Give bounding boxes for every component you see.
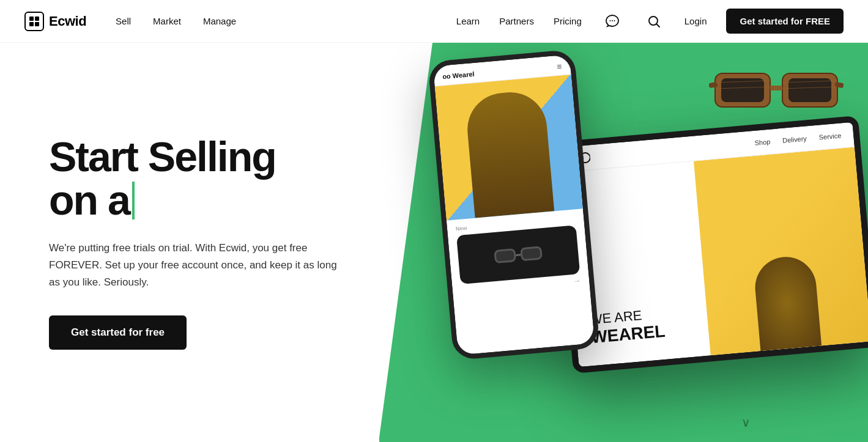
nav-links-left: Sell Market Manage	[116, 16, 236, 26]
nav-market[interactable]: Market	[153, 16, 181, 26]
phone-person	[464, 89, 554, 218]
logo-link[interactable]: Ecwid	[24, 12, 86, 31]
hero-right: oo Wearel ≡ New →	[379, 43, 868, 442]
tablet-content: WE ARE WEAREL	[562, 147, 868, 367]
sunglass-right-lens	[520, 246, 543, 261]
search-button[interactable]	[643, 10, 665, 32]
hero-section: Start Selling on a We're putting free tr…	[0, 43, 868, 442]
tablet-image-right	[694, 147, 868, 356]
cursor-blink	[132, 182, 135, 219]
svg-rect-13	[770, 86, 782, 90]
scroll-indicator[interactable]: ∨	[741, 415, 751, 430]
sunglasses-image	[709, 55, 844, 128]
chat-icon[interactable]	[601, 10, 623, 32]
hero-heading-line1: Start Selling	[49, 135, 343, 179]
phone-store-logo: oo Wearel	[442, 70, 475, 81]
nav-partners[interactable]: Partners	[499, 16, 534, 26]
login-link[interactable]: Login	[684, 16, 707, 26]
tablet-nav-links: Shop Delivery Service	[754, 131, 842, 146]
nav-links-right: Learn Partners Pricing Login Get started…	[456, 9, 844, 34]
phone-hero-image	[435, 75, 583, 221]
navbar: Ecwid Sell Market Manage Learn Partners …	[0, 0, 868, 43]
svg-point-4	[609, 20, 610, 21]
logo-icon	[24, 12, 44, 31]
nav-cta-button[interactable]: Get started for FREE	[726, 9, 844, 34]
nav-learn[interactable]: Learn	[456, 16, 480, 26]
hero-cta-button[interactable]: Get started for free	[49, 315, 187, 350]
hero-heading: Start Selling on a	[49, 135, 343, 223]
svg-rect-1	[35, 17, 39, 21]
phone-sunglasses	[456, 225, 580, 284]
phone-mockup: oo Wearel ≡ New →	[428, 49, 600, 360]
phone-menu-icon: ≡	[557, 61, 563, 72]
svg-rect-3	[35, 22, 39, 26]
hero-subtext: We're putting free trials on trial. With…	[49, 240, 343, 291]
sunglass-bridge	[516, 254, 521, 256]
nav-pricing[interactable]: Pricing	[554, 16, 582, 26]
hero-heading-line2: on a	[49, 179, 343, 222]
nav-sell[interactable]: Sell	[116, 16, 131, 26]
logo-text: Ecwid	[49, 13, 86, 29]
tablet-mockup: Shop Delivery Service WE ARE WEAREL	[553, 116, 868, 374]
svg-point-5	[612, 20, 613, 21]
nav-manage[interactable]: Manage	[203, 16, 236, 26]
tablet-person	[752, 254, 822, 351]
sunglass-left-lens	[494, 248, 516, 263]
svg-point-6	[614, 20, 615, 21]
hero-left: Start Selling on a We're putting free tr…	[0, 43, 379, 442]
svg-rect-2	[29, 22, 34, 26]
svg-line-8	[656, 24, 659, 27]
phone-product-area: New →	[447, 208, 590, 304]
svg-rect-0	[29, 17, 34, 21]
